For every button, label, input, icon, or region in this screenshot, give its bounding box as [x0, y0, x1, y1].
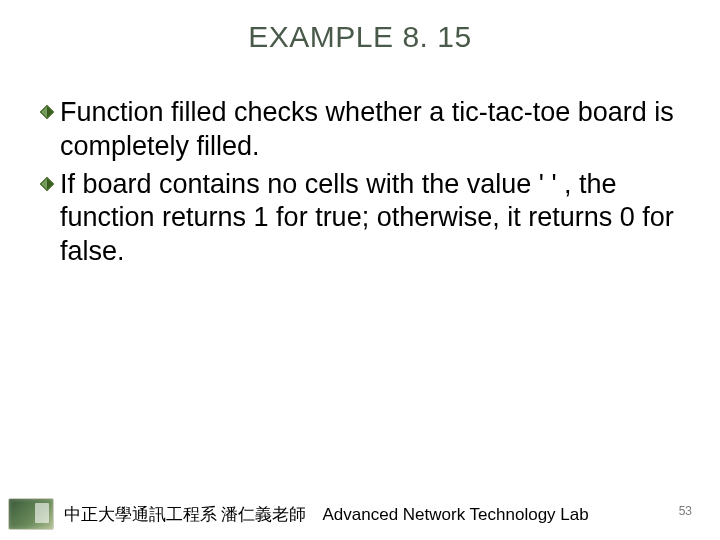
page-number: 53: [679, 504, 692, 518]
slide-footer: 中正大學通訊工程系 潘仁義老師 Advanced Network Technol…: [0, 496, 720, 532]
footer-org: 中正大學通訊工程系 潘仁義老師: [64, 505, 306, 524]
slide: EXAMPLE 8. 15 Function filled checks whe…: [0, 0, 720, 540]
slide-content: Function filled checks whether a tic-tac…: [0, 54, 720, 269]
diamond-bullet-icon: [40, 177, 54, 191]
bullet-item: Function filled checks whether a tic-tac…: [40, 96, 690, 164]
bullet-item: If board contains no cells with the valu…: [40, 168, 690, 269]
bullet-text: Function filled checks whether a tic-tac…: [60, 96, 690, 164]
lab-logo-icon: [8, 498, 54, 530]
diamond-bullet-icon: [40, 105, 54, 119]
bullet-text: If board contains no cells with the valu…: [60, 168, 690, 269]
slide-title: EXAMPLE 8. 15: [0, 0, 720, 54]
footer-lab: Advanced Network Technology Lab: [323, 505, 589, 524]
footer-text: 中正大學通訊工程系 潘仁義老師 Advanced Network Technol…: [64, 503, 589, 526]
